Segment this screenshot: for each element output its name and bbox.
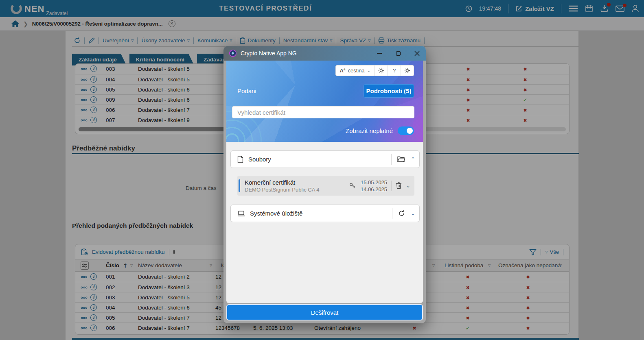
modal-settings-pill: Aǎ čeština ⌄ ? (335, 65, 414, 76)
minimize-icon[interactable] (376, 50, 383, 57)
file-icon (237, 156, 243, 163)
files-section[interactable]: Soubory ⌃ (230, 150, 420, 168)
reload-icon[interactable] (398, 210, 405, 217)
trash-icon[interactable] (396, 182, 402, 189)
chevron-down-icon: ⌄ (367, 68, 370, 73)
close-icon[interactable] (414, 50, 420, 57)
modal-blue-header: Aǎ čeština ⌄ ? Podani Podrobnosti (5) Zo… (226, 61, 423, 142)
files-section-title: Soubory (248, 156, 271, 163)
storage-section-title: Systémové úložiště (250, 210, 302, 217)
certificate-valid-from: 15.05.2025 (361, 179, 387, 186)
chevron-down-icon[interactable]: ⌄ (406, 183, 410, 189)
theme-icon[interactable] (375, 65, 388, 76)
card-divider (392, 208, 392, 219)
laptop-icon (237, 210, 245, 217)
modal-titlebar[interactable]: Crypto Native App NG (223, 46, 426, 61)
modal-title: Crypto Native App NG (241, 50, 297, 57)
certificate-name: Komerční certifikát (245, 179, 320, 186)
gear-icon[interactable] (401, 65, 414, 76)
show-invalid-label: Zobrazit neplatné (346, 127, 393, 134)
crypto-app-icon (229, 50, 237, 57)
crypto-app-modal: Crypto Native App NG Aǎ čeština ⌄ ? (223, 46, 426, 323)
system-storage-section[interactable]: Systémové úložiště ⌄ (230, 205, 420, 222)
help-icon[interactable]: ? (388, 65, 401, 76)
language-selector[interactable]: Aǎ čeština ⌄ (336, 68, 375, 74)
chevron-down-icon[interactable]: ⌄ (411, 210, 415, 216)
card-divider (391, 154, 392, 165)
language-value: čeština (348, 68, 364, 74)
modal-body: Soubory ⌃ Komerční certifikát DEMO PostS… (226, 142, 423, 303)
certificate-issuer: DEMO PostSignum Public CA 4 (245, 186, 320, 193)
certificate-valid-to: 14.06.2025 (361, 186, 387, 193)
folder-open-icon[interactable] (397, 156, 405, 162)
submissions-label: Podani (237, 87, 256, 94)
decrypt-button[interactable]: Dešifrovat (226, 304, 423, 320)
card-divider (391, 181, 392, 191)
chevron-up-icon[interactable]: ⌃ (411, 156, 415, 162)
translate-icon: Aǎ (340, 68, 346, 74)
certificate-row[interactable]: Komerční certifikát DEMO PostSignum Publ… (237, 176, 414, 196)
details-button[interactable]: Podrobnosti (5) (364, 84, 414, 98)
certificate-search-input[interactable] (232, 106, 414, 118)
show-invalid-toggle[interactable] (398, 126, 414, 135)
key-icon (349, 183, 356, 189)
maximize-icon[interactable] (395, 50, 401, 57)
